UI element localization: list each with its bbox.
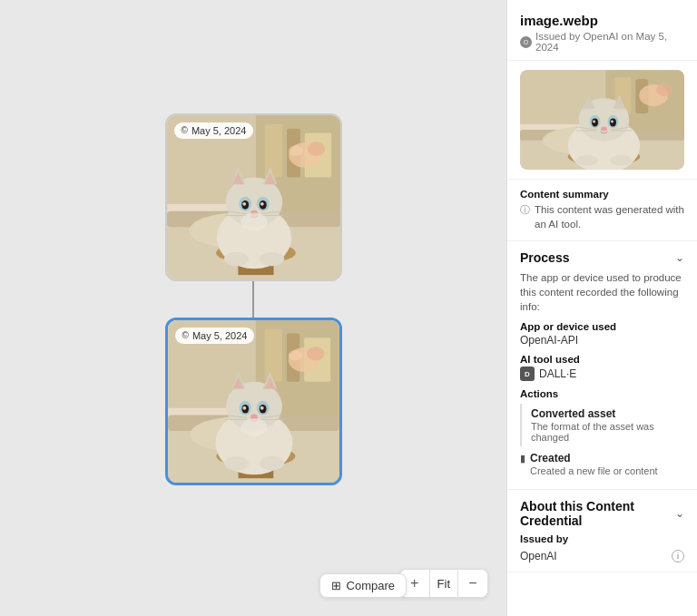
ai-tool-group: AI tool used D DALL·E [520, 354, 684, 381]
app-device-value: OpenAI-API [520, 334, 684, 347]
svg-point-32 [223, 251, 248, 266]
content-summary-info-row: ⓘ This content was generated with an AI … [520, 202, 684, 231]
created-row: ▮ Created Created a new file or content [520, 452, 684, 476]
content-summary-label: Content summary [520, 189, 684, 200]
panel-thumbnail [520, 70, 684, 170]
connector-line [252, 281, 254, 318]
openai-badge-icon: O [520, 36, 532, 48]
thumbnail-container [507, 61, 697, 180]
actions-section: Actions Converted asset The format of th… [520, 388, 684, 476]
action-item-converted: Converted asset The format of the asset … [520, 404, 684, 446]
dalle-icon: D [520, 367, 535, 381]
process-header[interactable]: Process ⌄ [520, 250, 684, 265]
process-chevron-icon: ⌄ [675, 251, 684, 264]
action-converted-title: Converted asset [531, 407, 684, 420]
created-content: Created Created a new file or content [530, 452, 658, 476]
compare-button[interactable]: ⊞ Compare [319, 573, 407, 598]
app-device-group: App or device used OpenAI-API [520, 321, 684, 347]
content-summary-section: Content summary ⓘ This content was gener… [507, 180, 697, 241]
process-title: Process [520, 250, 569, 265]
badge-icon-bottom: © [182, 330, 189, 340]
created-icon: ▮ [520, 453, 525, 464]
svg-point-88 [593, 120, 595, 122]
issued-info-icon[interactable]: i [672, 550, 684, 562]
issued-by-row: OpenAI i [520, 550, 684, 562]
node-badge-bottom: © May 5, 2024 [175, 328, 255, 344]
svg-point-41 [307, 347, 324, 360]
svg-point-89 [611, 120, 614, 122]
badge-icon-top: © [182, 125, 188, 135]
about-section: About this Content Credential ⌄ Issued b… [507, 490, 697, 572]
panel-subtitle-text: Issued by OpenAI on May 5, 2024 [535, 31, 684, 53]
app-device-label: App or device used [520, 321, 684, 332]
svg-point-33 [259, 251, 283, 266]
zoom-controls: + Fit − [399, 569, 488, 598]
svg-point-7 [307, 142, 325, 156]
node-badge-top: © May 5, 2024 [174, 122, 254, 139]
created-title: Created [530, 452, 658, 464]
svg-point-67 [259, 455, 283, 469]
svg-point-90 [601, 126, 607, 131]
info-icon: ⓘ [520, 203, 530, 217]
about-chevron-icon: ⌄ [675, 507, 684, 520]
svg-rect-37 [264, 328, 281, 381]
about-title: About this Content Credential [520, 499, 675, 528]
issued-by-value: OpenAI [520, 550, 557, 562]
svg-point-58 [242, 406, 246, 409]
svg-point-66 [224, 455, 249, 469]
content-summary-desc: This content was generated with an AI to… [535, 202, 684, 231]
ai-tool-row: D DALL·E [520, 367, 684, 381]
canvas-area: © May 5, 2024 [0, 0, 506, 616]
svg-rect-3 [264, 123, 282, 177]
process-section: Process ⌄ The app or device used to prod… [507, 241, 697, 490]
badge-date-bottom: May 5, 2024 [192, 330, 248, 341]
process-description: The app or device used to produce this c… [520, 270, 684, 314]
badge-date-top: May 5, 2024 [191, 125, 247, 136]
svg-point-59 [260, 406, 263, 409]
svg-point-95 [576, 155, 598, 166]
svg-point-42 [288, 349, 301, 360]
panel-title: image.webp [520, 13, 684, 28]
zoom-fit-label: Fit [429, 570, 458, 597]
panel-subtitle: O Issued by OpenAI on May 5, 2024 [520, 31, 684, 53]
ai-tool-value: DALL·E [539, 367, 576, 380]
issued-by-label: Issued by [520, 533, 684, 544]
panel-header: image.webp O Issued by OpenAI on May 5, … [507, 0, 697, 61]
actions-label: Actions [520, 388, 684, 399]
about-header[interactable]: About this Content Credential ⌄ [520, 499, 684, 528]
svg-point-96 [610, 155, 632, 166]
svg-point-65 [241, 418, 267, 435]
right-panel: image.webp O Issued by OpenAI on May 5, … [506, 0, 697, 616]
action-converted-desc: The format of the asset was changed [531, 421, 684, 443]
svg-point-74 [656, 83, 672, 96]
image-node-bottom[interactable]: © May 5, 2024 [165, 318, 342, 485]
created-desc: Created a new file or content [530, 465, 658, 476]
image-node-top[interactable]: © May 5, 2024 [165, 113, 342, 281]
compare-label: Compare [347, 579, 395, 592]
ai-tool-label: AI tool used [520, 354, 684, 365]
svg-point-8 [289, 145, 303, 156]
zoom-minus-button[interactable]: − [458, 570, 487, 597]
image-flow: © May 5, 2024 [165, 113, 342, 485]
svg-point-24 [242, 201, 246, 205]
compare-icon: ⊞ [331, 579, 341, 592]
svg-point-31 [241, 212, 267, 230]
svg-point-25 [260, 201, 263, 205]
